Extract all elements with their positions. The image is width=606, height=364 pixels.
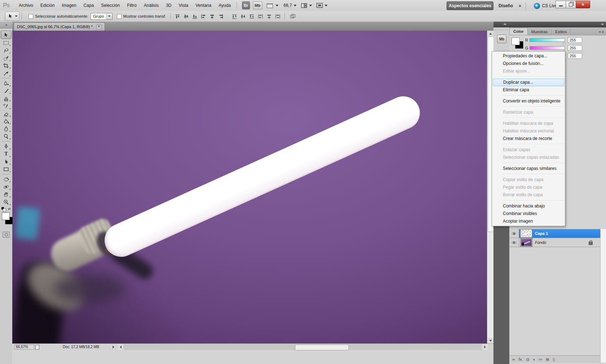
green-channel-slider[interactable] bbox=[530, 46, 565, 50]
zoom-level-field[interactable]: 66,7 bbox=[284, 3, 292, 8]
distribute-bottom-edges-icon[interactable] bbox=[248, 13, 256, 19]
horizontal-scroll-thumb[interactable] bbox=[295, 345, 349, 350]
rectangular-marquee-tool[interactable] bbox=[1, 39, 11, 47]
quick-selection-tool[interactable] bbox=[1, 54, 11, 62]
tab-color[interactable]: Color bbox=[509, 28, 528, 35]
arrange-documents-icon[interactable] bbox=[301, 3, 307, 8]
menubar-item-filtro[interactable]: Filtro bbox=[123, 0, 140, 11]
delete-layer-icon[interactable]: ▯ bbox=[553, 357, 555, 362]
options-bar-grip[interactable] bbox=[1, 12, 3, 20]
move-tool[interactable] bbox=[1, 31, 12, 39]
quick-mask-button[interactable] bbox=[3, 232, 10, 238]
dodge-tool[interactable] bbox=[1, 132, 11, 140]
align-right-edges-icon[interactable] bbox=[217, 13, 225, 19]
align-top-edges-icon[interactable] bbox=[174, 13, 181, 19]
context-menu-item-crear-mascara-de-recorte[interactable]: Crear máscara de recorte bbox=[492, 135, 565, 142]
blur-tool[interactable] bbox=[1, 125, 11, 132]
swap-colors-icon[interactable]: ⇄ bbox=[8, 207, 11, 211]
path-selection-tool[interactable] bbox=[1, 158, 11, 165]
layer-row-fondo[interactable]: Fondo bbox=[509, 238, 600, 247]
menubar-item-ventana[interactable]: Ventana bbox=[192, 0, 215, 11]
close-document-icon[interactable]: ✕ bbox=[96, 24, 102, 30]
scroll-left-arrow[interactable] bbox=[118, 344, 123, 350]
context-menu-item-propiedades-de-capa[interactable]: Propiedades de capa... bbox=[492, 52, 565, 60]
brush-tool[interactable] bbox=[1, 87, 11, 95]
workspace-overflow-button[interactable]: » bbox=[519, 3, 521, 8]
minimize-button[interactable] bbox=[556, 1, 566, 8]
layer-row-capa-1[interactable]: Capa 1 bbox=[509, 229, 600, 238]
layer-visibility-toggle[interactable] bbox=[509, 238, 519, 247]
menubar-item-edicion[interactable]: Edición bbox=[37, 0, 58, 11]
menubar-item-capa[interactable]: Capa bbox=[80, 0, 97, 11]
menubar-item-archivo[interactable]: Archivo bbox=[15, 0, 37, 11]
spot-healing-brush-tool[interactable] bbox=[1, 79, 11, 87]
screen-mode-dropdown-arrow[interactable] bbox=[325, 5, 328, 6]
menubar-item-seleccion[interactable]: Selección bbox=[97, 0, 123, 11]
context-menu-item-seleccionar-capas-similares[interactable]: Seleccionar capas similares bbox=[492, 165, 565, 172]
distribute-vertical-centers-icon[interactable] bbox=[239, 13, 247, 19]
context-menu-item-combinar-hacia-abajo[interactable]: Combinar hacia abajo bbox=[492, 202, 565, 210]
tools-panel-collapse-button[interactable]: » bbox=[0, 22, 12, 28]
history-brush-tool[interactable] bbox=[1, 102, 11, 110]
collapse-panels-icon[interactable]: »» bbox=[601, 22, 603, 26]
minibridge-panel-button[interactable]: Mb bbox=[497, 35, 506, 43]
scroll-down-arrow[interactable] bbox=[487, 338, 494, 343]
canvas[interactable] bbox=[12, 31, 487, 343]
tab-estilos[interactable]: Estilos bbox=[552, 28, 571, 35]
layer-thumbnail[interactable] bbox=[521, 229, 532, 237]
context-menu-item-duplicar-capa[interactable]: Duplicar capa... bbox=[493, 79, 564, 86]
new-layer-icon[interactable]: ⊞ bbox=[546, 357, 549, 362]
crop-tool[interactable] bbox=[1, 62, 11, 69]
current-tool-badge[interactable] bbox=[5, 12, 19, 21]
menubar-item-imagen[interactable]: Imagen bbox=[58, 0, 80, 11]
restore-button[interactable] bbox=[566, 1, 576, 8]
lasso-tool[interactable] bbox=[1, 47, 11, 54]
align-bottom-edges-icon[interactable] bbox=[191, 13, 199, 19]
3d-orbit-tool[interactable] bbox=[1, 183, 11, 190]
hand-tool[interactable] bbox=[1, 190, 11, 198]
panel-foreground-swatch[interactable] bbox=[511, 38, 520, 45]
layer-visibility-toggle[interactable] bbox=[509, 229, 519, 238]
close-button[interactable]: ✕ bbox=[576, 1, 590, 8]
distribute-top-edges-icon[interactable] bbox=[230, 13, 238, 19]
layer-style-fx-icon[interactable]: fx. bbox=[519, 357, 523, 361]
menubar-item-3d[interactable]: 3D bbox=[162, 0, 175, 11]
new-group-icon[interactable]: ▭ bbox=[539, 357, 542, 362]
eyedropper-tool[interactable] bbox=[1, 69, 11, 77]
layer-thumbnail[interactable] bbox=[521, 238, 532, 246]
context-menu-item-combinar-visibles[interactable]: Combinar visibles bbox=[492, 210, 565, 218]
layer-name[interactable]: Capa 1 bbox=[535, 231, 548, 236]
align-horizontal-centers-icon[interactable] bbox=[208, 13, 216, 19]
distribute-horizontal-centers-icon[interactable] bbox=[265, 13, 273, 19]
combo-dropdown-button[interactable] bbox=[106, 13, 112, 19]
red-channel-value[interactable]: 255 bbox=[568, 37, 582, 43]
3d-rotate-tool[interactable] bbox=[1, 175, 11, 183]
scroll-right-arrow[interactable] bbox=[482, 344, 488, 350]
status-zoom-field[interactable]: 66,67% bbox=[14, 345, 34, 350]
tab-muestras[interactable]: Muestras bbox=[528, 28, 552, 35]
launch-bridge-button[interactable]: Br bbox=[242, 1, 250, 9]
show-transform-checkbox[interactable] bbox=[117, 14, 122, 19]
align-left-edges-icon[interactable] bbox=[199, 13, 207, 19]
paint-bucket-tool[interactable] bbox=[1, 117, 11, 125]
clone-stamp-tool[interactable] bbox=[1, 95, 11, 102]
zoom-dropdown-arrow[interactable] bbox=[294, 5, 297, 6]
arrange-documents-dropdown-arrow[interactable] bbox=[309, 5, 312, 6]
document-tab[interactable]: DSC_0065.jpg al 66,7% (Capa 1, RGB/8) * … bbox=[14, 22, 105, 31]
type-tool[interactable]: T bbox=[1, 150, 11, 158]
red-channel-slider[interactable] bbox=[530, 38, 565, 42]
scroll-up-arrow[interactable] bbox=[487, 31, 494, 36]
eraser-tool[interactable] bbox=[1, 110, 11, 117]
green-channel-value[interactable]: 255 bbox=[568, 45, 582, 51]
menubar-item-vista[interactable]: Vista bbox=[175, 0, 192, 11]
context-menu-item-convertir-en-objeto-inteligente[interactable]: Convertir en objeto inteligente bbox=[492, 97, 565, 105]
slider-handle-icon[interactable] bbox=[563, 42, 566, 44]
link-layers-icon[interactable]: ∞ bbox=[512, 357, 515, 361]
collapse-icon-strip-icon[interactable]: «« bbox=[504, 22, 506, 26]
menubar-item-analisis[interactable]: Análisis bbox=[140, 0, 162, 11]
align-vertical-centers-icon[interactable] bbox=[182, 13, 190, 19]
workspace-design-button[interactable]: Diseño bbox=[499, 3, 513, 8]
auto-align-layers-icon[interactable] bbox=[289, 13, 297, 19]
pen-tool[interactable] bbox=[1, 142, 11, 150]
new-adjustment-layer-icon[interactable]: ◑ bbox=[532, 357, 535, 361]
